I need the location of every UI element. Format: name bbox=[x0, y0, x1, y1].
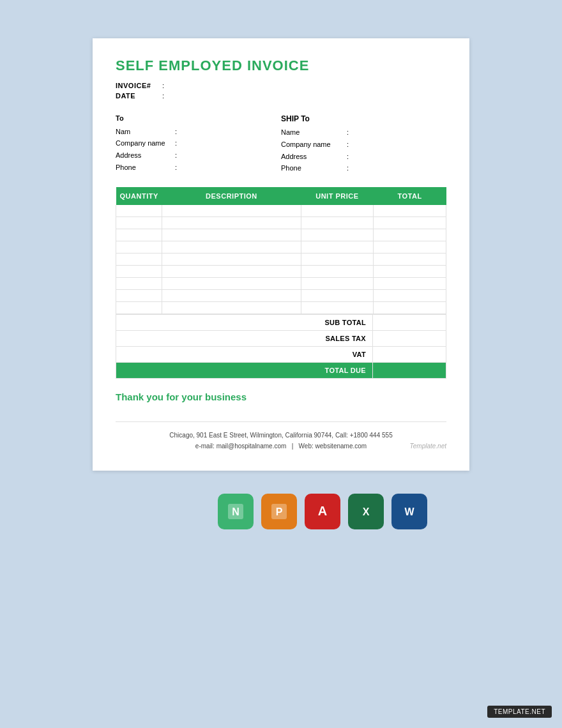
cell-8-0 bbox=[116, 302, 162, 314]
ship-to-phone-label: Phone bbox=[281, 162, 345, 174]
invoice-date-label: DATE bbox=[116, 92, 160, 100]
table-row bbox=[116, 266, 446, 278]
table-row bbox=[116, 229, 446, 241]
totals-label-1: SALES TAX bbox=[116, 331, 373, 347]
table-section: QUANTITY DESCRIPTION UNIT PRICE TOTAL SU… bbox=[116, 187, 446, 379]
footer-website: websitename.com bbox=[315, 443, 367, 450]
bill-to-name-label: Nam bbox=[116, 126, 173, 138]
col-quantity: QUANTITY bbox=[116, 187, 162, 205]
addresses-section: To Nam : Company name : Address : Phone … bbox=[116, 112, 446, 174]
app-icon-word[interactable]: W bbox=[391, 494, 427, 529]
col-description: DESCRIPTION bbox=[162, 187, 301, 205]
svg-text:X: X bbox=[363, 506, 370, 517]
cell-2-3 bbox=[374, 229, 446, 241]
cell-6-0 bbox=[116, 278, 162, 290]
ship-to-name-row: Name : bbox=[281, 126, 446, 139]
cell-5-1 bbox=[162, 266, 301, 278]
bill-to-company-row: Company name : bbox=[116, 137, 281, 149]
thank-you-message: Thank you for your business bbox=[116, 391, 446, 402]
cell-2-0 bbox=[116, 229, 162, 241]
bill-to-heading: To bbox=[116, 112, 281, 125]
template-badge: TEMPLATE.NET bbox=[487, 706, 552, 718]
cell-0-3 bbox=[374, 205, 446, 217]
cell-2-2 bbox=[301, 229, 374, 241]
cell-1-0 bbox=[116, 217, 162, 229]
cell-7-2 bbox=[301, 290, 374, 302]
svg-text:A: A bbox=[318, 504, 327, 518]
totals-row-3: TOTAL DUE bbox=[116, 363, 446, 379]
cell-8-3 bbox=[374, 302, 446, 314]
invoice-number-label: INVOICE# bbox=[116, 82, 160, 89]
cell-8-2 bbox=[301, 302, 374, 314]
ship-to-company-label: Company name bbox=[281, 139, 345, 151]
col-unit-price: UNIT PRICE bbox=[301, 187, 374, 205]
ship-to-address-row: Address : bbox=[281, 151, 446, 163]
totals-value-2 bbox=[373, 347, 446, 363]
cell-4-2 bbox=[301, 254, 374, 266]
bill-to-phone-row: Phone : bbox=[116, 162, 281, 174]
cell-6-1 bbox=[162, 278, 301, 290]
footer-email-label: e-mail: bbox=[195, 443, 215, 450]
cell-0-1 bbox=[162, 205, 301, 217]
invoice-footer: Chicago, 901 East E Street, Wilmington, … bbox=[116, 421, 446, 451]
ship-to-section: SHIP To Name : Company name : Address : … bbox=[281, 112, 446, 174]
app-icon-pages[interactable]: P bbox=[261, 494, 297, 529]
table-row bbox=[116, 290, 446, 302]
table-row bbox=[116, 254, 446, 266]
cell-5-3 bbox=[374, 266, 446, 278]
cell-7-3 bbox=[374, 290, 446, 302]
totals-table: SUB TOTALSALES TAXVATTOTAL DUE bbox=[116, 314, 446, 379]
ship-to-address-label: Address bbox=[281, 151, 345, 163]
cell-3-0 bbox=[116, 241, 162, 254]
table-row bbox=[116, 302, 446, 314]
cell-3-3 bbox=[374, 241, 446, 254]
app-icon-numbers[interactable]: N bbox=[218, 494, 254, 529]
totals-label-0: SUB TOTAL bbox=[116, 315, 373, 331]
footer-email: mail@hospitalname.com bbox=[216, 443, 287, 450]
footer-web-label: Web: bbox=[299, 443, 314, 450]
footer-contact: e-mail: mail@hospitalname.com | Web: web… bbox=[116, 441, 446, 451]
cell-3-2 bbox=[301, 241, 374, 254]
totals-value-3 bbox=[373, 363, 446, 379]
totals-row-0: SUB TOTAL bbox=[116, 315, 446, 331]
ship-to-name-label: Name bbox=[281, 126, 345, 139]
table-row bbox=[116, 241, 446, 254]
cell-3-1 bbox=[162, 241, 301, 254]
table-header-row: QUANTITY DESCRIPTION UNIT PRICE TOTAL bbox=[116, 187, 446, 205]
app-icon-excel[interactable]: X bbox=[348, 494, 384, 529]
totals-label-2: VAT bbox=[116, 347, 373, 363]
bill-to-address-row: Address : bbox=[116, 149, 281, 162]
totals-value-0 bbox=[373, 315, 446, 331]
cell-2-1 bbox=[162, 229, 301, 241]
cell-0-0 bbox=[116, 205, 162, 217]
cell-5-2 bbox=[301, 266, 374, 278]
line-items-table: QUANTITY DESCRIPTION UNIT PRICE TOTAL bbox=[116, 187, 446, 314]
cell-6-2 bbox=[301, 278, 374, 290]
invoice-date-row: DATE : bbox=[116, 92, 446, 100]
invoice-document: SELF EMPLOYED INVOICE INVOICE# : DATE : … bbox=[93, 38, 469, 471]
ship-to-company-row: Company name : bbox=[281, 139, 446, 151]
cell-0-2 bbox=[301, 205, 374, 217]
table-row bbox=[116, 278, 446, 290]
cell-7-1 bbox=[162, 290, 301, 302]
svg-text:P: P bbox=[276, 506, 283, 517]
footer-address: Chicago, 901 East E Street, Wilmington, … bbox=[116, 430, 446, 441]
cell-1-3 bbox=[374, 217, 446, 229]
invoice-number-row: INVOICE# : bbox=[116, 82, 446, 89]
cell-4-0 bbox=[116, 254, 162, 266]
bill-to-company-label: Company name bbox=[116, 137, 173, 149]
cell-5-0 bbox=[116, 266, 162, 278]
invoice-title: SELF EMPLOYED INVOICE bbox=[116, 57, 446, 74]
cell-8-1 bbox=[162, 302, 301, 314]
table-row bbox=[116, 217, 446, 229]
totals-label-3: TOTAL DUE bbox=[116, 363, 373, 379]
cell-4-3 bbox=[374, 254, 446, 266]
app-icon-acrobat[interactable]: A bbox=[305, 494, 340, 529]
bill-to-section: To Nam : Company name : Address : Phone … bbox=[116, 112, 281, 174]
totals-row-1: SALES TAX bbox=[116, 331, 446, 347]
app-icons-row: NPAXW bbox=[135, 494, 427, 529]
bill-to-name-row: Nam : bbox=[116, 126, 281, 138]
cell-6-3 bbox=[374, 278, 446, 290]
cell-4-1 bbox=[162, 254, 301, 266]
bill-to-phone-label: Phone bbox=[116, 162, 173, 174]
